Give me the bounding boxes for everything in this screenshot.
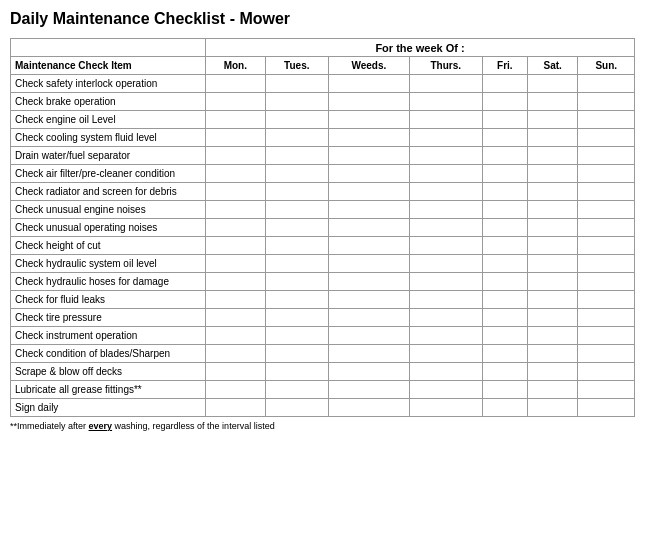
check-cell[interactable] — [482, 183, 527, 201]
check-cell[interactable] — [265, 345, 328, 363]
check-cell[interactable] — [578, 399, 635, 417]
check-cell[interactable] — [206, 399, 266, 417]
check-cell[interactable] — [328, 345, 409, 363]
check-cell[interactable] — [528, 75, 578, 93]
check-cell[interactable] — [528, 219, 578, 237]
check-cell[interactable] — [328, 129, 409, 147]
check-cell[interactable] — [265, 363, 328, 381]
check-cell[interactable] — [206, 345, 266, 363]
check-cell[interactable] — [265, 75, 328, 93]
check-cell[interactable] — [328, 255, 409, 273]
check-cell[interactable] — [482, 129, 527, 147]
check-cell[interactable] — [578, 309, 635, 327]
check-cell[interactable] — [265, 273, 328, 291]
check-cell[interactable] — [328, 237, 409, 255]
check-cell[interactable] — [328, 327, 409, 345]
check-cell[interactable] — [206, 165, 266, 183]
check-cell[interactable] — [528, 309, 578, 327]
check-cell[interactable] — [528, 345, 578, 363]
check-cell[interactable] — [206, 183, 266, 201]
check-cell[interactable] — [206, 219, 266, 237]
check-cell[interactable] — [328, 399, 409, 417]
check-cell[interactable] — [578, 219, 635, 237]
check-cell[interactable] — [482, 255, 527, 273]
check-cell[interactable] — [482, 111, 527, 129]
check-cell[interactable] — [328, 309, 409, 327]
check-cell[interactable] — [206, 201, 266, 219]
check-cell[interactable] — [206, 327, 266, 345]
check-cell[interactable] — [578, 381, 635, 399]
check-cell[interactable] — [265, 237, 328, 255]
check-cell[interactable] — [206, 147, 266, 165]
check-cell[interactable] — [328, 93, 409, 111]
check-cell[interactable] — [528, 273, 578, 291]
check-cell[interactable] — [578, 363, 635, 381]
check-cell[interactable] — [482, 363, 527, 381]
check-cell[interactable] — [578, 165, 635, 183]
check-cell[interactable] — [578, 255, 635, 273]
check-cell[interactable] — [482, 93, 527, 111]
check-cell[interactable] — [528, 291, 578, 309]
check-cell[interactable] — [409, 255, 482, 273]
check-cell[interactable] — [328, 363, 409, 381]
check-cell[interactable] — [578, 201, 635, 219]
check-cell[interactable] — [409, 327, 482, 345]
check-cell[interactable] — [482, 309, 527, 327]
check-cell[interactable] — [409, 75, 482, 93]
check-cell[interactable] — [578, 111, 635, 129]
check-cell[interactable] — [578, 147, 635, 165]
check-cell[interactable] — [265, 327, 328, 345]
check-cell[interactable] — [528, 147, 578, 165]
check-cell[interactable] — [578, 237, 635, 255]
check-cell[interactable] — [482, 219, 527, 237]
check-cell[interactable] — [409, 399, 482, 417]
check-cell[interactable] — [578, 345, 635, 363]
check-cell[interactable] — [328, 201, 409, 219]
check-cell[interactable] — [409, 111, 482, 129]
check-cell[interactable] — [528, 363, 578, 381]
check-cell[interactable] — [482, 201, 527, 219]
check-cell[interactable] — [265, 255, 328, 273]
check-cell[interactable] — [528, 93, 578, 111]
check-cell[interactable] — [265, 129, 328, 147]
check-cell[interactable] — [265, 147, 328, 165]
check-cell[interactable] — [328, 273, 409, 291]
check-cell[interactable] — [528, 381, 578, 399]
check-cell[interactable] — [409, 219, 482, 237]
check-cell[interactable] — [206, 237, 266, 255]
check-cell[interactable] — [206, 363, 266, 381]
check-cell[interactable] — [328, 291, 409, 309]
check-cell[interactable] — [328, 147, 409, 165]
check-cell[interactable] — [528, 183, 578, 201]
check-cell[interactable] — [409, 381, 482, 399]
check-cell[interactable] — [328, 381, 409, 399]
check-cell[interactable] — [265, 93, 328, 111]
check-cell[interactable] — [578, 129, 635, 147]
check-cell[interactable] — [206, 273, 266, 291]
check-cell[interactable] — [578, 93, 635, 111]
check-cell[interactable] — [265, 219, 328, 237]
check-cell[interactable] — [409, 309, 482, 327]
check-cell[interactable] — [328, 183, 409, 201]
check-cell[interactable] — [409, 165, 482, 183]
check-cell[interactable] — [482, 327, 527, 345]
check-cell[interactable] — [409, 273, 482, 291]
check-cell[interactable] — [265, 201, 328, 219]
check-cell[interactable] — [528, 129, 578, 147]
check-cell[interactable] — [409, 147, 482, 165]
check-cell[interactable] — [206, 255, 266, 273]
check-cell[interactable] — [528, 201, 578, 219]
check-cell[interactable] — [409, 93, 482, 111]
check-cell[interactable] — [578, 75, 635, 93]
check-cell[interactable] — [206, 111, 266, 129]
check-cell[interactable] — [482, 381, 527, 399]
check-cell[interactable] — [409, 129, 482, 147]
check-cell[interactable] — [578, 183, 635, 201]
check-cell[interactable] — [265, 309, 328, 327]
check-cell[interactable] — [409, 237, 482, 255]
check-cell[interactable] — [482, 291, 527, 309]
check-cell[interactable] — [265, 165, 328, 183]
check-cell[interactable] — [409, 201, 482, 219]
check-cell[interactable] — [328, 219, 409, 237]
check-cell[interactable] — [528, 237, 578, 255]
